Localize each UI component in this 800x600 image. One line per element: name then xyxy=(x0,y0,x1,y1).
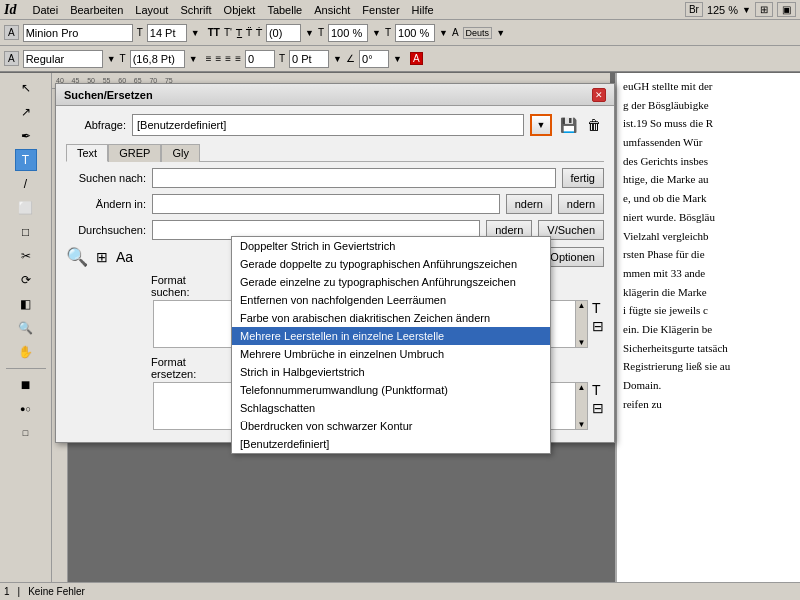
scale2-dropdown[interactable]: ▼ xyxy=(439,28,448,38)
format-search-icon[interactable]: T xyxy=(592,300,604,316)
scale1-input[interactable] xyxy=(328,24,368,42)
query-dropdown-button[interactable]: ▼ xyxy=(530,114,552,136)
dropdown-item-4[interactable]: Farbe von arabischen diakritischen Zeich… xyxy=(232,309,550,327)
format-replace-scrollbar[interactable]: ▲ ▼ xyxy=(575,383,587,429)
font-icon: T xyxy=(137,27,143,38)
tool-gradient[interactable]: ◧ xyxy=(15,293,37,315)
format-search-scrollbar[interactable]: ▲ ▼ xyxy=(575,301,587,347)
delete-query-button[interactable]: 🗑 xyxy=(584,115,604,135)
tool-zoom[interactable]: 🔍 xyxy=(15,317,37,339)
bridge-btn[interactable]: Br xyxy=(685,2,703,17)
align-justify-icon[interactable]: ≡ xyxy=(235,53,241,64)
format-replace-icon[interactable]: T xyxy=(592,382,604,398)
align-center-icon[interactable]: ≡ xyxy=(215,53,221,64)
font-size-dropdown[interactable]: ▼ xyxy=(191,28,200,38)
kerning-dropdown[interactable]: ▼ xyxy=(305,28,314,38)
tool-scissors[interactable]: ✂ xyxy=(15,245,37,267)
query-dropdown-menu[interactable]: Doppelter Strich in Geviertstrich Gerade… xyxy=(231,236,551,454)
format-search-icons: T ⊟ xyxy=(592,300,604,334)
dropdown-item-2[interactable]: Gerade einzelne zu typographischen Anfüh… xyxy=(232,273,550,291)
tool-select[interactable]: ↖ xyxy=(15,77,37,99)
tt-icon3: T̲ xyxy=(236,27,242,38)
zoom-dropdown[interactable]: ▼ xyxy=(742,5,751,15)
scale1-dropdown[interactable]: ▼ xyxy=(372,28,381,38)
tab-grep[interactable]: GREP xyxy=(108,144,161,162)
dropdown-item-11[interactable]: [Benutzerdefiniert] xyxy=(232,435,550,453)
dropdown-item-10[interactable]: Überdrucken von schwarzer Kontur xyxy=(232,417,550,435)
dialog-close-button[interactable]: ✕ xyxy=(592,88,606,102)
change-all-button[interactable]: ndern xyxy=(558,194,604,214)
view-mode[interactable]: □ xyxy=(15,422,37,444)
font-style-input[interactable] xyxy=(23,50,103,68)
baseline-dropdown[interactable]: ▼ xyxy=(333,54,342,64)
format-search-icon2[interactable]: ⊟ xyxy=(592,318,604,334)
menu-schrift[interactable]: Schrift xyxy=(180,4,211,16)
tool-pen[interactable]: ✒ xyxy=(15,125,37,147)
tt-icon4: T̈ xyxy=(246,27,252,38)
tab-glyph[interactable]: Gly xyxy=(161,144,200,162)
zoom-display: 125 % xyxy=(707,4,738,16)
scroll-up-icon2[interactable]: ▲ xyxy=(578,383,586,392)
menu-ansicht[interactable]: Ansicht xyxy=(314,4,350,16)
kerning-input[interactable] xyxy=(266,24,301,42)
tool-hand[interactable]: ✋ xyxy=(15,341,37,363)
right-text-p5: des Gerichts insbes xyxy=(623,152,794,171)
menu-bearbeiten[interactable]: Bearbeiten xyxy=(70,4,123,16)
layout-toggle2[interactable]: ▣ xyxy=(777,2,796,17)
tracking-input[interactable] xyxy=(245,50,275,68)
align-right-icon[interactable]: ≡ xyxy=(225,53,231,64)
dropdown-item-3[interactable]: Entfernen von nachfolgenden Leerräumen xyxy=(232,291,550,309)
lang-display[interactable]: Deuts xyxy=(463,27,493,39)
lang-dropdown[interactable]: ▼ xyxy=(496,28,505,38)
dropdown-item-9[interactable]: Schlagschatten xyxy=(232,399,550,417)
font-name-input[interactable] xyxy=(23,24,133,42)
change-button[interactable]: ndern xyxy=(506,194,552,214)
font-style-dropdown[interactable]: ▼ xyxy=(107,54,116,64)
tool-direct-select[interactable]: ↗ xyxy=(15,101,37,123)
tt-icon5: Ṫ xyxy=(256,27,262,38)
color-mode[interactable]: ●○ xyxy=(15,398,37,420)
menu-objekt[interactable]: Objekt xyxy=(224,4,256,16)
dropdown-item-0[interactable]: Doppelter Strich in Geviertstrich xyxy=(232,237,550,255)
menu-tabelle[interactable]: Tabelle xyxy=(267,4,302,16)
scale2-input[interactable] xyxy=(395,24,435,42)
save-query-button[interactable]: 💾 xyxy=(558,115,578,135)
tool-rect-frame[interactable]: ⬜ xyxy=(15,197,37,219)
right-text-p10: rsten Phase für die xyxy=(623,245,794,264)
layout-toggle1[interactable]: ⊞ xyxy=(755,2,773,17)
search-done-button[interactable]: fertig xyxy=(562,168,604,188)
angle-dropdown[interactable]: ▼ xyxy=(393,54,402,64)
change-row: Ändern in: ndern ndern xyxy=(66,194,604,214)
scroll-up-icon[interactable]: ▲ xyxy=(578,301,586,310)
angle-input[interactable] xyxy=(359,50,389,68)
tool-type[interactable]: T xyxy=(15,149,37,171)
font-size2-input[interactable] xyxy=(130,50,185,68)
menu-datei[interactable]: Datei xyxy=(32,4,58,16)
right-text-p8: niert wurde. Bösgläu xyxy=(623,208,794,227)
scroll-down-icon[interactable]: ▼ xyxy=(578,338,586,347)
tool-transform[interactable]: ⟳ xyxy=(15,269,37,291)
dropdown-item-8[interactable]: Telefonnummerumwandlung (Punktformat) xyxy=(232,381,550,399)
menu-fenster[interactable]: Fenster xyxy=(362,4,399,16)
align-left-icon[interactable]: ≡ xyxy=(206,53,212,64)
tool-rect[interactable]: □ xyxy=(15,221,37,243)
color-indicator[interactable]: A xyxy=(410,52,423,65)
dropdown-item-6[interactable]: Mehrere Umbrüche in einzelnen Umbruch xyxy=(232,345,550,363)
dropdown-item-1[interactable]: Gerade doppelte zu typographischen Anfüh… xyxy=(232,255,550,273)
dropdown-item-7[interactable]: Strich in Halbgeviertstrich xyxy=(232,363,550,381)
tt-icon2: T' xyxy=(224,27,232,38)
change-input[interactable] xyxy=(152,194,500,214)
tab-text[interactable]: Text xyxy=(66,144,108,162)
menu-hilfe[interactable]: Hilfe xyxy=(412,4,434,16)
font-size2-dropdown[interactable]: ▼ xyxy=(189,54,198,64)
search-input[interactable] xyxy=(152,168,556,188)
menu-layout[interactable]: Layout xyxy=(135,4,168,16)
format-replace-icon2[interactable]: ⊟ xyxy=(592,400,604,416)
font-size-input[interactable] xyxy=(147,24,187,42)
format-search-label: Format suchen: xyxy=(66,274,151,298)
tool-line[interactable]: / xyxy=(15,173,37,195)
scroll-down-icon2[interactable]: ▼ xyxy=(578,420,586,429)
dropdown-item-5[interactable]: Mehrere Leerstellen in einzelne Leerstel… xyxy=(232,327,550,345)
fill-stroke[interactable]: ■ xyxy=(15,374,37,396)
baseline-input[interactable] xyxy=(289,50,329,68)
